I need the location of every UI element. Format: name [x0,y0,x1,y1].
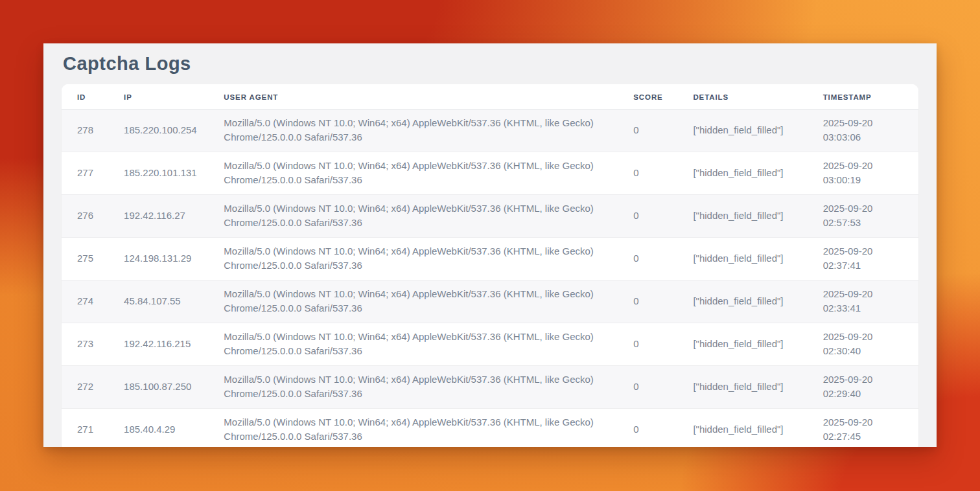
table-row: 274 45.84.107.55 Mozilla/5.0 (Windows NT… [62,280,918,323]
timestamp-time: 02:57:53 [823,216,909,230]
cell-details: ["hidden_field_filled"] [677,238,807,280]
cell-timestamp: 2025-09-20 03:00:19 [808,152,918,195]
timestamp-time: 02:27:45 [823,429,909,444]
cell-ip: 192.42.116.215 [108,323,208,366]
cell-timestamp: 2025-09-20 02:29:40 [808,366,918,409]
cell-ip: 192.42.116.27 [108,195,208,238]
captcha-logs-card: Captcha Logs ID IP USER AGENT SCORE DETA… [43,43,937,447]
cell-details: ["hidden_field_filled"] [677,323,807,366]
cell-details: ["hidden_field_filled"] [677,109,807,152]
cell-user-agent: Mozilla/5.0 (Windows NT 10.0; Win64; x64… [208,238,618,280]
cell-details: ["hidden_field_filled"] [677,280,807,323]
timestamp-date: 2025-09-20 [823,159,909,173]
cell-id: 272 [62,366,108,409]
cell-id: 273 [62,323,108,366]
table-row: 273 192.42.116.215 Mozilla/5.0 (Windows … [62,323,918,366]
table-row: 278 185.220.100.254 Mozilla/5.0 (Windows… [62,109,918,152]
cell-score: 0 [618,323,677,366]
cell-score: 0 [618,195,677,238]
cell-timestamp: 2025-09-20 02:33:41 [808,280,918,323]
timestamp-date: 2025-09-20 [823,372,909,387]
cell-user-agent: Mozilla/5.0 (Windows NT 10.0; Win64; x64… [208,409,618,448]
cell-timestamp: 2025-09-20 02:37:41 [808,238,918,280]
logs-table-container: ID IP USER AGENT SCORE DETAILS TIMESTAMP… [62,84,918,447]
cell-timestamp: 2025-09-20 02:57:53 [808,195,918,238]
cell-timestamp: 2025-09-20 03:03:06 [808,109,918,152]
timestamp-date: 2025-09-20 [823,415,909,429]
table-body: 278 185.220.100.254 Mozilla/5.0 (Windows… [62,109,918,448]
column-header-score: SCORE [618,84,677,109]
timestamp-time: 02:37:41 [823,258,909,273]
timestamp-date: 2025-09-20 [823,244,909,258]
table-row: 276 192.42.116.27 Mozilla/5.0 (Windows N… [62,195,918,238]
cell-score: 0 [618,409,677,448]
cell-ip: 185.40.4.29 [108,409,208,448]
cell-score: 0 [618,280,677,323]
cell-score: 0 [618,238,677,280]
timestamp-time: 03:03:06 [823,130,909,144]
cell-ip: 185.100.87.250 [108,366,208,409]
column-header-ip: IP [108,84,208,109]
timestamp-time: 02:33:41 [823,301,909,315]
table-header-row: ID IP USER AGENT SCORE DETAILS TIMESTAMP [62,84,918,109]
cell-id: 274 [62,280,108,323]
timestamp-time: 02:30:40 [823,344,909,358]
cell-id: 278 [62,109,108,152]
cell-details: ["hidden_field_filled"] [677,195,807,238]
table-row: 277 185.220.101.131 Mozilla/5.0 (Windows… [62,152,918,195]
cell-timestamp: 2025-09-20 02:27:45 [808,409,918,448]
table-row: 275 124.198.131.29 Mozilla/5.0 (Windows … [62,238,918,280]
cell-details: ["hidden_field_filled"] [677,409,807,448]
table-row: 272 185.100.87.250 Mozilla/5.0 (Windows … [62,366,918,409]
cell-ip: 185.220.100.254 [108,109,208,152]
cell-id: 276 [62,195,108,238]
timestamp-date: 2025-09-20 [823,330,909,344]
cell-id: 275 [62,238,108,280]
timestamp-time: 02:29:40 [823,387,909,401]
cell-user-agent: Mozilla/5.0 (Windows NT 10.0; Win64; x64… [208,323,618,366]
cell-user-agent: Mozilla/5.0 (Windows NT 10.0; Win64; x64… [208,152,618,195]
column-header-details: DETAILS [677,84,807,109]
cell-user-agent: Mozilla/5.0 (Windows NT 10.0; Win64; x64… [208,195,618,238]
column-header-user-agent: USER AGENT [208,84,618,109]
cell-details: ["hidden_field_filled"] [677,152,807,195]
cell-score: 0 [618,109,677,152]
column-header-timestamp: TIMESTAMP [808,84,918,109]
timestamp-date: 2025-09-20 [823,287,909,301]
cell-ip: 124.198.131.29 [108,238,208,280]
cell-id: 271 [62,409,108,448]
cell-user-agent: Mozilla/5.0 (Windows NT 10.0; Win64; x64… [208,280,618,323]
page-background: Captcha Logs ID IP USER AGENT SCORE DETA… [0,0,980,491]
timestamp-date: 2025-09-20 [823,116,909,130]
table-row: 271 185.40.4.29 Mozilla/5.0 (Windows NT … [62,409,918,448]
timestamp-date: 2025-09-20 [823,201,909,216]
cell-timestamp: 2025-09-20 02:30:40 [808,323,918,366]
cell-details: ["hidden_field_filled"] [677,366,807,409]
column-header-id: ID [62,84,108,109]
cell-id: 277 [62,152,108,195]
logs-table: ID IP USER AGENT SCORE DETAILS TIMESTAMP… [62,84,918,447]
cell-ip: 185.220.101.131 [108,152,208,195]
cell-user-agent: Mozilla/5.0 (Windows NT 10.0; Win64; x64… [208,366,618,409]
cell-score: 0 [618,366,677,409]
cell-user-agent: Mozilla/5.0 (Windows NT 10.0; Win64; x64… [208,109,618,152]
cell-ip: 45.84.107.55 [108,280,208,323]
timestamp-time: 03:00:19 [823,173,909,187]
page-title: Captcha Logs [62,52,918,74]
cell-score: 0 [618,152,677,195]
